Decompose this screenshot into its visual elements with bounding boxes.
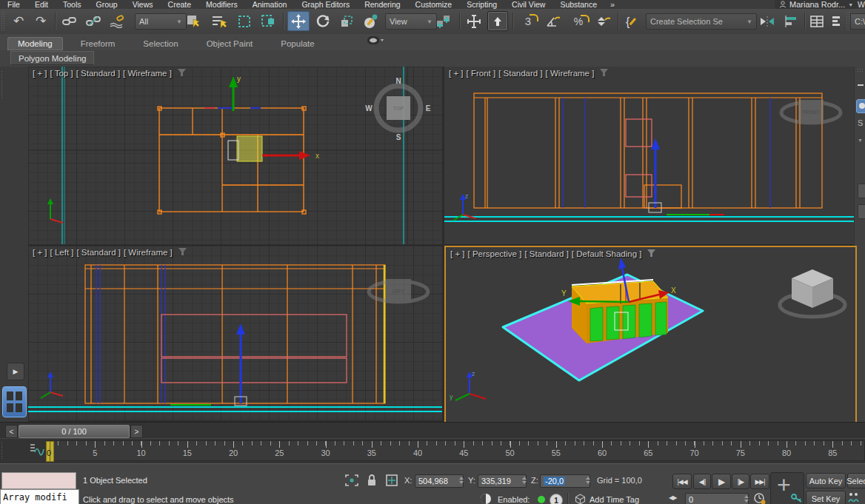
select-by-name-button[interactable]: [209, 11, 231, 31]
timeline-ruler[interactable]: 0510152025303540455055606570758085: [46, 440, 865, 461]
time-configuration-button[interactable]: [753, 492, 767, 504]
snaps-toggle-button[interactable]: 3: [517, 11, 539, 31]
menu-item[interactable]: Scripting: [459, 0, 504, 9]
menu-item[interactable]: Animation: [245, 0, 295, 9]
viewport-menu-view[interactable]: [ Perspective ]: [468, 249, 522, 258]
viewport-menu-view[interactable]: [ Top ]: [50, 69, 73, 78]
percent-snap-toggle-button[interactable]: %: [567, 11, 590, 31]
ribbon-minimize-button[interactable]: [367, 36, 384, 45]
reference-coordinate-dropdown[interactable]: View ▼: [385, 13, 437, 30]
menu-overflow-chevron[interactable]: »: [604, 0, 621, 9]
previous-frame-button[interactable]: <: [5, 425, 18, 438]
viewcube-front[interactable]: FRONT: [781, 100, 841, 124]
y-coord-field[interactable]: 335,319: [478, 474, 527, 488]
add-time-tag[interactable]: Add Time Tag: [590, 495, 639, 504]
named-selection-set-dropdown[interactable]: Create Selection Se ▼: [646, 13, 757, 30]
toggle-scene-explorer-button[interactable]: [807, 11, 826, 31]
toggle-layer-explorer-button[interactable]: [828, 11, 844, 31]
layout-expand-button[interactable]: ▶: [7, 363, 24, 380]
filter-funnel-icon[interactable]: [178, 69, 186, 76]
maxscript-mini-listener[interactable]: Array modifi: [0, 489, 79, 504]
create-tab-sliver[interactable]: [856, 99, 865, 113]
ribbon-tab[interactable]: Populate: [270, 37, 324, 50]
viewport-menu-shading[interactable]: [ Wireframe ]: [124, 248, 173, 257]
go-to-end-button[interactable]: ▶▶|: [750, 474, 769, 489]
frame-spinner[interactable]: [743, 493, 749, 504]
viewport-menu-plus[interactable]: [ + ]: [33, 248, 47, 257]
isolate-selection-toggle[interactable]: [345, 474, 358, 488]
viewcube-left[interactable]: LEFT: [369, 279, 428, 303]
viewport-menu-plus[interactable]: [ + ]: [449, 69, 464, 78]
perspective-viewport-canvas[interactable]: X Y z y: [446, 247, 852, 419]
adaptive-degradation-toggle[interactable]: [480, 493, 492, 504]
layout-tab-button[interactable]: [2, 386, 27, 417]
top-viewport-canvas[interactable]: x y TOP N S W E: [28, 67, 442, 244]
window-crossing-toggle-button[interactable]: [258, 11, 278, 31]
keyboard-shortcut-override-toggle[interactable]: [487, 11, 508, 31]
undo-button[interactable]: ↶: [9, 11, 28, 31]
filter-funnel-icon[interactable]: [600, 69, 608, 76]
edit-named-selection-sets-button[interactable]: {: [622, 11, 643, 31]
select-and-scale-button[interactable]: [336, 11, 357, 31]
key-filters-button[interactable]: [847, 491, 861, 504]
menu-item[interactable]: Modifiers: [198, 0, 245, 9]
previous-frame-step-button[interactable]: ◀||: [693, 474, 711, 489]
select-and-link-button[interactable]: [59, 11, 80, 31]
viewport-menu-shading[interactable]: [ Wireframe ]: [123, 69, 172, 78]
project-path-field[interactable]: C:\Users\M: [850, 13, 865, 30]
spinner-snap-toggle-button[interactable]: [592, 11, 615, 31]
viewport-perspective[interactable]: [ + ] [ Perspective ] [ Standard ] [ Def…: [444, 246, 857, 423]
menu-item[interactable]: File: [0, 0, 27, 9]
viewport-left[interactable]: [ + ] [ Left ] [ Standard ] [ Wireframe …: [28, 246, 442, 420]
align-button[interactable]: [781, 11, 801, 31]
viewcube-top[interactable]: TOP N S W E: [365, 77, 430, 141]
viewport-top[interactable]: [ + ] [ Top ] [ Standard ] [ Wireframe ]: [28, 67, 442, 244]
select-and-move-button[interactable]: [287, 11, 310, 31]
next-frame-step-button[interactable]: ||▶: [732, 474, 749, 489]
viewport-menu-shading[interactable]: [ Wireframe ]: [546, 69, 595, 78]
maxscript-macro-pane[interactable]: [1, 472, 76, 489]
time-slider-handle[interactable]: 0 / 100: [19, 425, 130, 438]
bind-to-space-warp-button[interactable]: [107, 11, 129, 31]
viewport-menu-style[interactable]: [ Standard ]: [498, 69, 542, 78]
viewport-menu-shading[interactable]: [ Default Shading ]: [572, 249, 642, 258]
menu-item[interactable]: Views: [125, 0, 161, 9]
left-viewport-canvas[interactable]: LEFT: [28, 246, 442, 420]
open-mini-curve-editor-button[interactable]: [30, 443, 44, 457]
menu-item[interactable]: Civil View: [504, 0, 552, 9]
minimize-dash-icon[interactable]: [858, 84, 864, 86]
menu-item[interactable]: Edit: [27, 0, 56, 9]
redo-button[interactable]: ↷: [31, 11, 50, 31]
x-spinner[interactable]: [458, 474, 464, 486]
toolbar-grip[interactable]: [1, 11, 4, 31]
selection-filter-dropdown[interactable]: All ▼: [135, 13, 187, 30]
set-key-button[interactable]: Set Key: [806, 491, 846, 504]
caret-down-icon[interactable]: ▼: [858, 138, 863, 143]
set-keys-button[interactable]: +: [770, 472, 804, 504]
select-and-rotate-button[interactable]: [313, 11, 333, 31]
absolute-offset-mode-toggle[interactable]: [385, 474, 398, 488]
viewport-menu-style[interactable]: [ Standard ]: [76, 69, 120, 78]
y-spinner[interactable]: [521, 474, 527, 486]
front-viewport-canvas[interactable]: FRONT z: [444, 67, 854, 244]
viewport-menu-view[interactable]: [ Front ]: [467, 69, 496, 78]
account-dropdown[interactable]: Mariana Rodr... ▼: [775, 0, 858, 9]
viewport-front[interactable]: [ + ] [ Front ] [ Standard ] [ Wireframe…: [444, 67, 854, 244]
menu-item[interactable]: Group: [89, 0, 125, 9]
angle-snap-toggle-button[interactable]: [542, 11, 564, 31]
menu-item[interactable]: Graph Editors: [294, 0, 357, 9]
unlink-selection-button[interactable]: [83, 11, 104, 31]
key-mode-toggle[interactable]: ◀▶: [669, 494, 676, 501]
z-coord-field[interactable]: -20,0: [540, 474, 590, 488]
rectangular-selection-region-button[interactable]: [234, 11, 255, 31]
viewcube-perspective[interactable]: [780, 269, 845, 317]
select-object-button[interactable]: [184, 11, 204, 31]
toolbar-grip[interactable]: [846, 11, 849, 31]
play-button[interactable]: ▶: [712, 474, 731, 489]
filter-funnel-icon[interactable]: [647, 249, 655, 257]
degradation-level-badge[interactable]: 1: [550, 494, 563, 504]
viewport-menu-plus[interactable]: [ + ]: [450, 249, 465, 258]
auto-key-button[interactable]: Auto Key: [806, 473, 846, 488]
viewport-menu-style[interactable]: [ Standard ]: [76, 248, 120, 257]
select-and-manipulate-button[interactable]: [464, 11, 484, 31]
